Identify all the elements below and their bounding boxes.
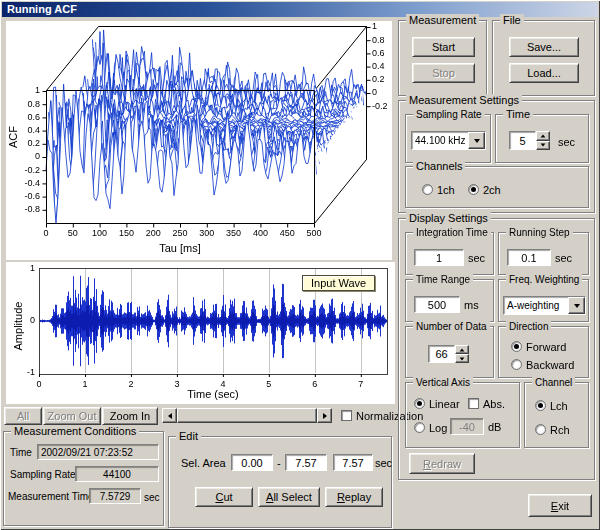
time-spinner-value[interactable]: 5: [509, 131, 536, 150]
app-window: Running ACF ACF Tau [ms] Amplitude Time …: [0, 0, 600, 530]
sampling-rate-combobox[interactable]: 44.100 kHz: [411, 131, 486, 150]
sel-end-field[interactable]: 7.57: [285, 454, 327, 471]
sel-area-unit: sec: [375, 457, 392, 469]
direction-legend: Direction: [506, 320, 551, 333]
channels-group-legend: Channels: [413, 160, 465, 173]
measurement-time-label: Measurement Time: [8, 491, 94, 502]
number-of-data-legend: Number of Data: [413, 320, 490, 333]
channel-legend: Channel: [532, 376, 575, 389]
freq-weighting-combobox[interactable]: A-weighting: [503, 296, 586, 315]
up-arrow-icon: [541, 134, 546, 137]
down-arrow-icon: [460, 357, 465, 360]
cut-button[interactable]: Cut: [195, 487, 253, 507]
display-settings-group: Display Settings Integration Time 1 sec …: [398, 218, 595, 480]
time-spin-down-button[interactable]: [536, 141, 550, 151]
time-group: Time 5 sec: [495, 114, 589, 163]
sel-length-display: 7.57: [333, 454, 373, 471]
sel-area-dash: -: [277, 457, 281, 469]
normalization-checkbox[interactable]: [341, 410, 352, 421]
abs-row[interactable]: Abs.: [468, 397, 505, 410]
save-button[interactable]: Save...: [509, 37, 579, 57]
file-legend: File: [500, 14, 524, 27]
scrollbar-thumb[interactable]: [177, 408, 317, 423]
direction-forward-label: Forward: [526, 341, 566, 353]
time-spin-buttons[interactable]: [536, 131, 550, 150]
measurement-legend: Measurement: [406, 14, 479, 27]
measurement-conditions-group: Measurement Conditions Time 2002/09/21 0…: [3, 431, 164, 526]
replay-button[interactable]: Replay: [325, 487, 383, 507]
chevron-down-icon: [474, 139, 480, 143]
vertical-axis-log-radio[interactable]: [414, 422, 425, 433]
scrollbar-right-arrow-icon[interactable]: [317, 408, 332, 423]
number-of-data-spinner[interactable]: 66: [428, 345, 469, 363]
direction-forward-radio[interactable]: [511, 341, 522, 352]
number-of-data-spin-down-button[interactable]: [455, 354, 469, 363]
channels-2ch-label: 2ch: [483, 184, 501, 196]
time-value-display: 2002/09/21 07:23:52: [37, 444, 159, 460]
running-step-field[interactable]: 0.1: [507, 249, 551, 266]
direction-forward-row[interactable]: Forward: [511, 340, 566, 353]
freq-weighting-dropdown-button[interactable]: [568, 297, 585, 314]
channel-rch-radio[interactable]: [535, 424, 546, 435]
channels-1ch-radio[interactable]: [422, 184, 433, 195]
time-spin-up-button[interactable]: [536, 131, 550, 141]
measurement-settings-group: Measurement Settings Sampling Rate 44.10…: [398, 100, 595, 213]
zoom-out-button: Zoom Out: [43, 407, 101, 425]
sel-start-field[interactable]: 0.00: [231, 454, 273, 471]
number-of-data-value[interactable]: 66: [428, 345, 455, 363]
freq-weighting-value: A-weighting: [504, 297, 568, 314]
direction-group: Direction Forward Backward: [498, 326, 589, 378]
start-button[interactable]: Start: [412, 37, 475, 57]
wave-plot: Amplitude Time (sec) Input Wave: [6, 262, 395, 404]
acf-waterfall-canvas: [6, 21, 392, 260]
channel-rch-label: Rch: [550, 424, 570, 436]
sampling-rate-display: 44100: [75, 466, 159, 482]
chevron-down-icon: [574, 304, 580, 308]
number-of-data-group: Number of Data 66: [405, 326, 494, 378]
wave-scrollbar[interactable]: [162, 408, 332, 423]
channels-1ch-row[interactable]: 1ch: [422, 183, 455, 196]
sampling-rate-value: 44.100 kHz: [412, 132, 468, 149]
acf-y-axis-label: ACF: [7, 126, 19, 148]
time-range-field[interactable]: 500: [414, 296, 460, 313]
stop-button: Stop: [412, 63, 475, 83]
vertical-axis-log-row[interactable]: Log: [414, 421, 447, 434]
channels-2ch-radio[interactable]: [468, 184, 479, 195]
measurement-group: Measurement Start Stop: [398, 20, 487, 96]
running-step-group: Running Step 0.1 sec: [498, 232, 589, 275]
window-title: Running ACF: [7, 3, 77, 15]
abs-checkbox[interactable]: [468, 398, 479, 409]
all-select-button[interactable]: All Select: [258, 487, 320, 507]
number-of-data-spin-up-button[interactable]: [455, 345, 469, 354]
vertical-axis-group: Vertical Axis Linear Abs. Log -40 dB: [405, 382, 520, 448]
right-arrow-icon: [323, 413, 327, 419]
number-of-data-spin-buttons[interactable]: [455, 345, 469, 363]
channel-lch-radio[interactable]: [535, 400, 546, 411]
integration-time-field[interactable]: 1: [414, 249, 464, 266]
edit-group: Edit Sel. Area 0.00 - 7.57 7.57 sec Cut …: [168, 436, 392, 528]
time-group-legend: Time: [503, 108, 533, 121]
scrollbar-left-arrow-icon[interactable]: [162, 408, 177, 423]
up-arrow-icon: [460, 348, 465, 351]
time-spinner[interactable]: 5: [509, 131, 550, 150]
vertical-axis-linear-radio[interactable]: [414, 398, 425, 409]
measurement-settings-legend: Measurement Settings: [406, 94, 522, 107]
measurement-conditions-legend: Measurement Conditions: [11, 425, 139, 438]
channel-lch-row[interactable]: Lch: [535, 399, 568, 412]
zoom-in-button[interactable]: Zoom In: [102, 407, 158, 425]
channels-2ch-row[interactable]: 2ch: [468, 183, 501, 196]
exit-button[interactable]: Exit: [528, 494, 592, 517]
integration-time-legend: Integration Time: [413, 226, 491, 239]
left-arrow-icon: [168, 413, 172, 419]
direction-backward-label: Backward: [526, 359, 574, 371]
channels-group: Channels 1ch 2ch: [405, 166, 589, 208]
direction-backward-row[interactable]: Backward: [511, 358, 574, 371]
vertical-axis-linear-row[interactable]: Linear: [414, 397, 460, 410]
time-range-legend: Time Range: [413, 273, 473, 286]
sampling-rate-dropdown-button[interactable]: [468, 132, 485, 149]
db-unit: dB: [488, 421, 501, 433]
direction-backward-radio[interactable]: [511, 359, 522, 370]
channel-rch-row[interactable]: Rch: [535, 423, 570, 436]
time-label: Time: [10, 447, 32, 458]
load-button[interactable]: Load...: [509, 63, 579, 83]
